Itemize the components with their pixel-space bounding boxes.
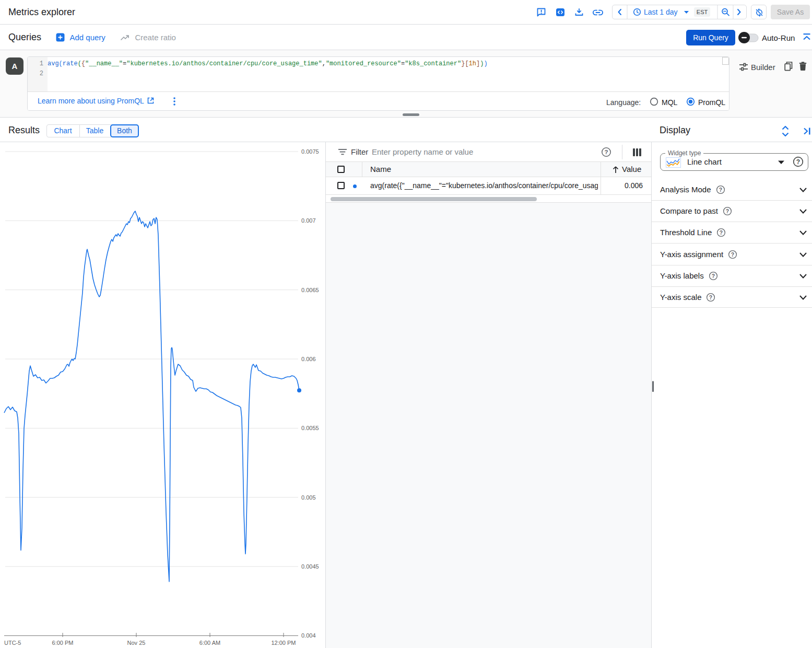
svg-text:?: ? — [720, 230, 723, 236]
svg-text:?: ? — [709, 295, 712, 300]
svg-text:?: ? — [731, 252, 734, 258]
svg-text:?: ? — [712, 273, 715, 279]
svg-text:?: ? — [726, 209, 729, 214]
svg-text:?: ? — [604, 149, 608, 155]
svg-text:?: ? — [719, 187, 722, 193]
svg-text:?: ? — [796, 158, 800, 166]
